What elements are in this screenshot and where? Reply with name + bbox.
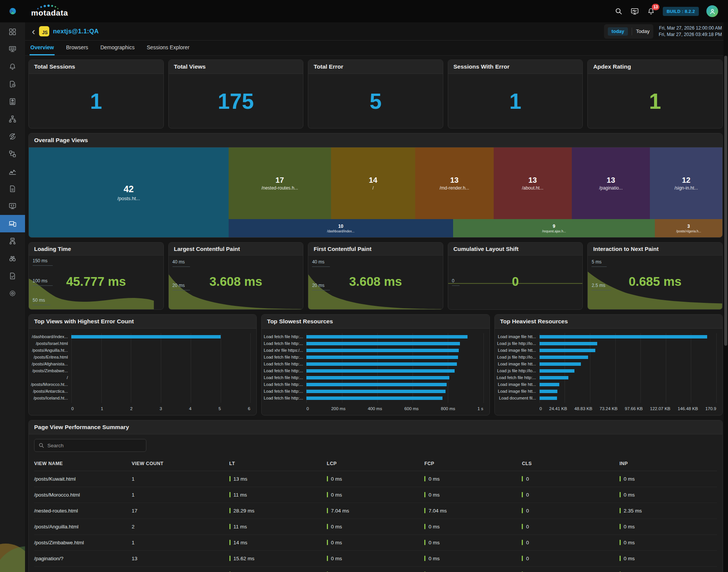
chart-bar[interactable]	[540, 335, 707, 338]
sidebar-item-automation-sync[interactable]	[0, 128, 25, 145]
treemap-cell-request-ajax-h[interactable]: 9/request.ajax.h...	[453, 219, 655, 237]
chart-bar[interactable]	[540, 369, 575, 373]
chart-bar[interactable]	[306, 349, 459, 352]
chart-bar[interactable]	[540, 376, 568, 379]
tab-overview[interactable]: Overview	[30, 41, 55, 55]
time-preset-chip[interactable]: today	[608, 27, 628, 36]
search-input[interactable]	[47, 443, 142, 448]
view-name-link[interactable]: /posts/Zimbabwe.html	[34, 535, 132, 551]
chart-row	[71, 360, 250, 367]
chart-bar[interactable]	[306, 356, 458, 359]
search-icon[interactable]	[615, 7, 623, 15]
chart-bar[interactable]	[71, 335, 221, 338]
tab-browsers[interactable]: Browsers	[65, 41, 89, 55]
chart-bar[interactable]	[540, 396, 557, 400]
sidebar-item-settings-gear[interactable]	[0, 285, 25, 302]
chart-bar[interactable]	[540, 362, 581, 366]
monitor-pulse-icon[interactable]	[630, 7, 639, 16]
column-header-lcp[interactable]: LCP	[327, 457, 424, 471]
sidebar-item-discovery-binoculars[interactable]	[0, 250, 25, 267]
topology-icon	[8, 115, 17, 123]
table-row[interactable]: /pagination/?1315.62 ms0 ms0 ms00 ms	[34, 551, 717, 567]
view-name-link[interactable]: /posts/Norway.html	[34, 567, 132, 572]
table-search-box[interactable]	[34, 439, 146, 452]
table-row[interactable]: /posts/Anguilla.html211 ms0 ms0 ms00 ms	[34, 519, 717, 535]
sidebar-item-alerts-bell[interactable]	[0, 58, 25, 75]
time-range-picker[interactable]: today Today	[604, 24, 653, 39]
chart-bar[interactable]	[306, 383, 446, 386]
treemap-cell-posts-ht[interactable]: 42/posts.ht...	[29, 147, 229, 237]
column-header-view-name[interactable]: VIEW NAME	[34, 457, 132, 471]
treemap-cell-dashboard-index[interactable]: 10/dashboard/index...	[229, 219, 453, 237]
column-header-fcp[interactable]: FCP	[424, 457, 522, 471]
sidebar-item-reports[interactable]	[0, 93, 25, 110]
sidebar-item-integrations[interactable]	[0, 145, 25, 163]
sidebar-item-synthetic-monitor[interactable]	[0, 197, 25, 215]
chart-bar[interactable]	[306, 342, 460, 345]
chart-body: Load image file htt...Load js file http:…	[495, 329, 722, 415]
treemap-cell-paginatio[interactable]: 13/paginatio...	[572, 147, 650, 219]
treemap-cell-about-ht[interactable]: 13/about.ht...	[494, 147, 572, 219]
treemap-cell-value: 12	[682, 176, 690, 185]
treemap-cell-value: 13	[529, 176, 537, 185]
sidebar-item-rum-devices[interactable]	[0, 215, 25, 232]
view-name-link[interactable]: /posts/Morocco.html	[34, 487, 132, 503]
sidebar-item-dashboard-grid[interactable]	[0, 23, 25, 41]
chart-bar[interactable]	[540, 349, 595, 352]
page-scrollbar[interactable]	[723, 22, 728, 572]
tab-demographics[interactable]: Demographics	[100, 41, 135, 55]
sidebar-item-documents[interactable]	[0, 180, 25, 197]
sidebar-item-infrastructure-monitors[interactable]	[0, 41, 25, 58]
product-logo-mark[interactable]	[0, 0, 25, 22]
treemap-cell-posts-algeria-h[interactable]: 3/posts/Algeria.h...	[655, 219, 722, 237]
back-button[interactable]: ‹	[29, 27, 38, 36]
chart-plot-area	[71, 333, 250, 403]
metric-cell: 0 ms	[327, 487, 424, 503]
sidebar-item-audit-file[interactable]	[0, 267, 25, 285]
sidebar-item-topology[interactable]	[0, 110, 25, 128]
view-name-link[interactable]: /pagination/?	[34, 551, 132, 567]
date-start: Fri, Mar 27, 2026 12:00:00 AM	[659, 25, 722, 31]
chart-bar[interactable]	[540, 390, 558, 393]
user-avatar[interactable]	[706, 5, 718, 17]
table-row[interactable]: /nested-routes.html1728.29 ms7.04 ms7.04…	[34, 503, 717, 519]
chart-bar[interactable]	[306, 335, 467, 338]
sidebar-item-analytics-trend[interactable]	[0, 163, 25, 180]
metric-card-title: Cumulative Layout Shift	[448, 243, 583, 255]
column-header-inp[interactable]: INP	[620, 457, 717, 471]
view-name-link[interactable]: /nested-routes.html	[34, 503, 132, 519]
treemap-cell-sign-in-ht[interactable]: 12/sign-in.ht...	[650, 147, 722, 219]
treemap-cell-item[interactable]: 14/	[331, 147, 415, 219]
table-row[interactable]: /posts/Kuwait.html113 ms0 ms0 ms00 ms	[34, 471, 717, 487]
sidebar-item-network-servers[interactable]	[0, 232, 25, 250]
chart-row-label: /posts/Morocco.ht...	[33, 381, 71, 388]
notifications-bell-icon[interactable]: 13	[647, 7, 655, 16]
chart-x-axis: 0200 ms400 ms600 ms800 ms1 s	[265, 403, 483, 413]
column-header-lt[interactable]: LT	[229, 457, 327, 471]
table-row[interactable]: /posts/Zimbabwe.html114 ms0 ms0 ms00 ms	[34, 535, 717, 551]
chart-bar[interactable]	[540, 342, 598, 345]
table-row[interactable]: /posts/Morocco.html111 ms0 ms0 ms00 ms	[34, 487, 717, 503]
column-header-view-count[interactable]: VIEW COUNT	[132, 457, 229, 471]
chart-bar[interactable]	[540, 383, 559, 386]
sidebar-item-log-file-clock[interactable]	[0, 75, 25, 93]
view-name-link[interactable]: /posts/Anguilla.html	[34, 519, 132, 535]
scrollbar-thumb[interactable]	[724, 56, 727, 346]
chart-bar[interactable]	[306, 376, 449, 379]
chart-bar[interactable]	[540, 356, 588, 359]
chart-bar[interactable]	[306, 396, 442, 400]
metric-threshold-tick	[229, 540, 231, 545]
chart-bar[interactable]	[306, 369, 455, 373]
chart-bar[interactable]	[306, 362, 457, 366]
motadata-logo[interactable]: motadata	[31, 5, 68, 17]
view-name-link[interactable]: /posts/Kuwait.html	[34, 471, 132, 487]
table-row[interactable]: /posts/Norway.html112 ms0 ms0 ms00 ms	[34, 567, 717, 572]
chart-row	[540, 374, 716, 381]
tab-sessions-explorer[interactable]: Sessions Explorer	[146, 41, 190, 55]
chart-bar[interactable]	[306, 390, 446, 393]
build-version-pill[interactable]: BUILD : 8.2.2	[663, 7, 699, 16]
column-header-cls[interactable]: CLS	[522, 457, 619, 471]
chart-row-label: Load document fil...	[499, 395, 540, 401]
treemap-cell-md-render-h[interactable]: 13/md-render.h...	[415, 147, 493, 219]
treemap-cell-nested-routes-h[interactable]: 17/nested-routes.h...	[229, 147, 331, 219]
